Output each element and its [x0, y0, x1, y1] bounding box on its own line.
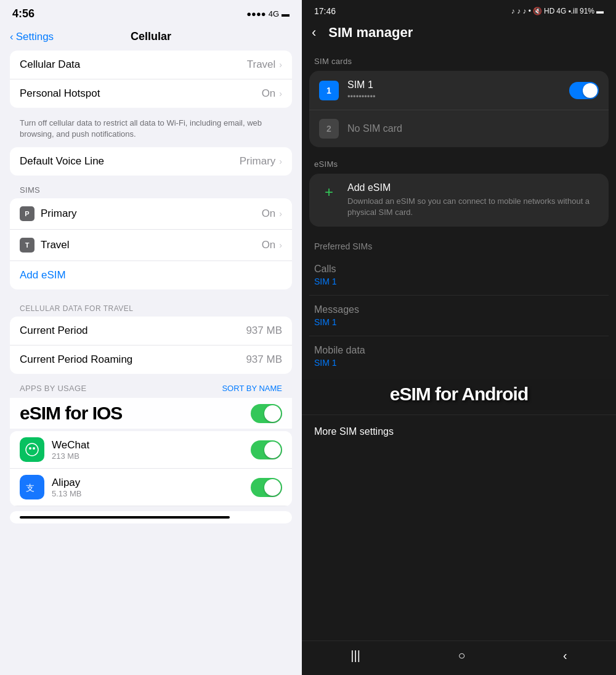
sim1-row[interactable]: 1 SIM 1 ••••••••••: [309, 71, 609, 110]
sim2-badge: 2: [319, 119, 339, 139]
nav-home-icon[interactable]: ○: [458, 649, 465, 663]
default-voice-row[interactable]: Default Voice Line Primary ›: [10, 147, 292, 176]
esim-ios-banner: eSIM for IOS: [10, 398, 292, 429]
android-back-button[interactable]: ‹: [312, 25, 316, 41]
chevron-right-icon: ›: [279, 60, 282, 70]
cellular-data-label: Cellular Data: [20, 59, 80, 71]
default-voice-value: Primary ›: [240, 155, 282, 168]
alipay-row[interactable]: 支 Alipay 5.13 MB: [10, 469, 292, 506]
esim-android-banner: eSIM for Android: [302, 379, 616, 410]
sim1-info: SIM 1 ••••••••••: [347, 79, 569, 101]
add-esim-info: Add eSIM Download an eSIM so you can con…: [347, 182, 599, 218]
sim1-toggle[interactable]: [569, 82, 599, 99]
ios-panel: 4:56 ●●●● 4G ▬ ‹ Settings Cellular Cellu…: [0, 0, 302, 675]
sim-primary-row[interactable]: P Primary On ›: [10, 198, 292, 230]
calls-value: SIM 1: [314, 277, 604, 286]
sim1-number: ••••••••••: [347, 92, 569, 101]
sim-travel-info: T Travel: [20, 238, 70, 253]
add-esim-button[interactable]: Add eSIM: [10, 261, 292, 289]
mobile-data-title: Mobile data: [314, 345, 604, 356]
messages-value: SIM 1: [314, 317, 604, 327]
sim2-row: 2 No SIM card: [309, 110, 609, 147]
current-period-roaming-label: Current Period Roaming: [20, 354, 132, 366]
android-header: ‹ SIM manager: [302, 20, 616, 49]
sims-section-label: SIMs: [10, 180, 292, 198]
current-period-roaming-value: 937 MB: [246, 354, 282, 366]
personal-hotspot-label: Personal Hotspot: [20, 87, 100, 100]
chevron-left-icon: ‹: [10, 31, 14, 43]
more-sim-settings-row[interactable]: More SIM settings: [302, 414, 616, 448]
preferred-sims-section: Preferred SIMs Calls SIM 1 Messages SIM …: [302, 232, 616, 376]
cellular-data-row[interactable]: Cellular Data Travel ›: [10, 51, 292, 79]
default-voice-label: Default Voice Line: [20, 155, 104, 168]
current-period-roaming-row[interactable]: Current Period Roaming 937 MB: [10, 346, 292, 374]
network-4g-icon: 4G: [556, 7, 566, 15]
sim-travel-value: On ›: [262, 239, 282, 251]
wechat-toggle[interactable]: [251, 440, 282, 459]
android-page-title: SIM manager: [328, 25, 413, 41]
ios-status-icons: ●●●● 4G ▬: [246, 9, 290, 18]
alipay-info: Alipay 5.13 MB: [52, 477, 251, 498]
sim-travel-label: Travel: [41, 239, 70, 251]
esims-card: + Add eSIM Download an eSIM so you can c…: [309, 174, 609, 227]
ios-back-label: Settings: [16, 31, 54, 43]
mute-icon: 🔇: [533, 7, 542, 15]
wechat-info: WeChat 213 MB: [52, 439, 251, 461]
alipay-toggle[interactable]: [251, 478, 282, 497]
sim-primary-value: On ›: [262, 208, 282, 220]
sim-p-icon: P: [20, 206, 34, 221]
add-esim-row[interactable]: + Add eSIM Download an eSIM so you can c…: [309, 174, 609, 227]
wechat-row[interactable]: WeChat 213 MB: [10, 431, 292, 469]
cellular-data-travel-label: CELLULAR DATA FOR TRAVEL: [10, 294, 292, 317]
esim-ios-toggle[interactable]: [251, 404, 282, 423]
esim-ios-text: eSIM for IOS: [20, 403, 122, 424]
sim2-no-card-label: No SIM card: [347, 123, 402, 134]
current-period-label: Current Period: [20, 325, 88, 337]
personal-hotspot-row[interactable]: Personal Hotspot On ›: [10, 79, 292, 108]
battery-icon: ▬: [282, 9, 290, 18]
sim-t-icon: T: [20, 238, 34, 253]
sim-cards-label: SIM cards: [302, 49, 616, 71]
chevron-right-icon: ›: [279, 156, 282, 166]
ios-page-title: Cellular: [131, 30, 171, 43]
calls-row[interactable]: Calls SIM 1: [309, 255, 609, 296]
network-type: 4G: [269, 9, 279, 18]
default-voice-section: Default Voice Line Primary ›: [10, 147, 292, 176]
android-status-icons: ♪ ♪ ♪ • 🔇 HD 4G ▪.ill 91% ▬: [511, 7, 604, 15]
current-period-value: 937 MB: [246, 325, 282, 337]
alipay-name: Alipay: [52, 477, 251, 489]
ios-main-section: Cellular Data Travel › Personal Hotspot …: [10, 51, 292, 108]
sim-travel-row[interactable]: T Travel On ›: [10, 230, 292, 261]
ios-back-button[interactable]: ‹ Settings: [10, 31, 54, 43]
ios-time: 4:56: [12, 7, 34, 20]
svg-point-0: [29, 447, 31, 450]
battery-percent: 91%: [580, 7, 594, 15]
nav-recent-icon[interactable]: |||: [351, 649, 360, 663]
android-time: 17:46: [314, 6, 336, 16]
chevron-right-icon: ›: [279, 89, 282, 99]
alipay-icon: 支: [20, 475, 44, 499]
wechat-name: WeChat: [52, 439, 251, 451]
mobile-data-value: SIM 1: [314, 358, 604, 368]
sim-primary-label: Primary: [41, 208, 77, 220]
messages-row[interactable]: Messages SIM 1: [309, 296, 609, 336]
android-status-bar: 17:46 ♪ ♪ ♪ • 🔇 HD 4G ▪.ill 91% ▬: [302, 0, 616, 20]
current-period-row[interactable]: Current Period 937 MB: [10, 317, 292, 346]
sim1-badge: 1: [319, 81, 339, 100]
sort-by-name-button[interactable]: SORT BY NAME: [222, 384, 282, 393]
android-content: SIM cards 1 SIM 1 •••••••••• 2 No SIM ca…: [302, 49, 616, 641]
svg-text:支: 支: [26, 483, 34, 493]
apps-section: WeChat 213 MB 支 Alipay 5.13 MB: [10, 431, 292, 506]
mobile-data-row[interactable]: Mobile data SIM 1: [309, 336, 609, 376]
hd-label: HD: [544, 7, 554, 15]
tiktok-icons: ♪ ♪ ♪ •: [511, 7, 531, 15]
wechat-icon: [20, 437, 44, 462]
sim-primary-info: P Primary: [20, 206, 77, 221]
plus-icon: +: [319, 182, 339, 202]
android-nav-bar: ||| ○ ‹: [302, 641, 616, 675]
esims-label: eSIMs: [302, 152, 616, 174]
ios-content: Cellular Data Travel › Personal Hotspot …: [0, 51, 302, 675]
travel-data-section: Current Period 937 MB Current Period Roa…: [10, 317, 292, 374]
signal-bars-icon: ▪.ill: [568, 7, 578, 15]
nav-back-icon[interactable]: ‹: [563, 649, 567, 663]
